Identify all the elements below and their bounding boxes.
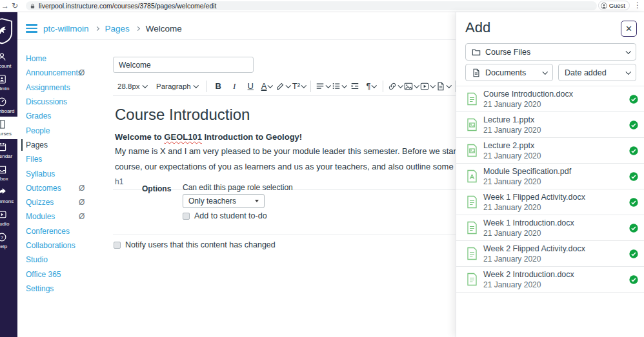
global-nav-item-courses[interactable]: Courses <box>0 117 17 139</box>
sort-select[interactable]: Date added <box>558 64 636 81</box>
profile-button[interactable]: Guest <box>598 1 630 10</box>
breadcrumb-current: Welcome <box>146 24 182 34</box>
file-row[interactable]: Module Specification.pdf21 January 2020 <box>456 164 644 189</box>
toolbar-media-button[interactable] <box>419 79 435 94</box>
toolbar-italic-button[interactable]: I <box>226 79 242 94</box>
edit-role-value: Only teachers <box>188 197 236 206</box>
course-nav-item-settings[interactable]: Settings <box>26 282 111 296</box>
pptx-file-icon <box>467 118 478 131</box>
course-nav-item-modules[interactable]: ModulesØ <box>26 209 111 224</box>
course-nav-item-pages[interactable]: Pages <box>26 138 111 152</box>
admin-icon <box>0 74 7 84</box>
chevron-right-icon <box>94 26 99 30</box>
edit-role-select[interactable]: Only teachers <box>183 194 265 208</box>
course-nav-item-quizzes[interactable]: QuizzesØ <box>26 195 111 209</box>
page-title-input[interactable] <box>113 57 254 73</box>
course-nav-item-files[interactable]: Files <box>26 152 111 166</box>
edit-role-label: Can edit this page role selection <box>183 183 293 192</box>
media-icon <box>420 82 429 91</box>
todo-checkbox[interactable] <box>183 213 190 220</box>
toolbar-superscript-button[interactable]: T² <box>291 79 307 94</box>
file-source-value: Course Files <box>485 48 530 57</box>
hamburger-menu-icon[interactable] <box>26 24 37 33</box>
file-source-select[interactable]: Course Files <box>465 43 636 61</box>
file-list: Course Introduction.docx21 January 2020L… <box>456 86 644 293</box>
chevron-down-icon <box>286 82 291 88</box>
file-row[interactable]: Week 1 Flipped Activity.docx21 January 2… <box>456 189 644 215</box>
toolbar-underline-button[interactable]: U <box>243 79 258 94</box>
toolbar-separator <box>383 81 383 92</box>
course-nav-item-announcements[interactable]: AnnouncementsØ <box>26 66 111 80</box>
published-check-icon <box>629 95 638 104</box>
chevron-down-icon <box>625 69 630 74</box>
hidden-eye-icon: Ø <box>79 184 85 193</box>
file-type-select[interactable]: Documents <box>465 64 553 81</box>
todo-checkbox-row: Add to student to-do <box>183 211 267 220</box>
toolbar-image-button[interactable] <box>403 79 419 94</box>
toolbar-list-button[interactable] <box>331 79 347 94</box>
tray-title: Add <box>465 19 490 36</box>
image-icon <box>404 82 413 91</box>
chevron-right-icon <box>136 26 140 30</box>
global-nav-item-admin[interactable]: Admin <box>0 72 17 94</box>
chevron-down-icon <box>542 69 547 74</box>
docx-file-icon <box>467 92 478 106</box>
course-nav-item-syllabus[interactable]: Syllabus <box>26 166 111 180</box>
toolbar-bold-button[interactable]: B <box>210 79 226 94</box>
global-nav-item-dashboard[interactable]: Dashboard <box>0 94 17 117</box>
chevron-down-icon <box>398 82 403 88</box>
forward-button[interactable]: → <box>1 1 9 11</box>
file-row[interactable]: Week 1 Introduction.docx21 January 2020 <box>456 215 644 241</box>
toolbar-link-button[interactable] <box>387 79 403 94</box>
course-nav-item-people[interactable]: People <box>26 123 111 137</box>
rce-element-path: h1 <box>115 177 123 186</box>
toolbar-indent-button[interactable] <box>347 79 363 94</box>
notify-checkbox[interactable] <box>114 242 121 249</box>
file-name: Week 2 Flipped Activity.docx <box>483 244 585 253</box>
course-nav-item-discussions[interactable]: Discussions <box>26 95 111 109</box>
screen: → ↻ liverpool.instructure.com/courses/37… <box>0 0 644 337</box>
toolbar-directionality-button[interactable]: ¶ <box>363 79 379 94</box>
file-row[interactable]: Lecture 1.pptx21 January 2020 <box>456 112 644 138</box>
rce-editor-body[interactable]: Course Introduction Welcome to GEOL101 I… <box>113 97 456 174</box>
file-row[interactable]: Course Introduction.docx21 January 2020 <box>456 86 644 112</box>
toolbar-highlight-color-button[interactable] <box>275 79 290 94</box>
file-row[interactable]: Week 2 Flipped Activity.docx21 January 2… <box>456 241 644 267</box>
reload-button[interactable]: ↻ <box>12 1 18 11</box>
global-nav-item-help[interactable]: ?Help <box>0 229 17 252</box>
global-nav-item-inbox[interactable]: Inbox <box>0 162 17 184</box>
chevron-down-icon <box>414 82 419 88</box>
tray-close-button[interactable]: ✕ <box>621 21 637 37</box>
address-bar[interactable]: liverpool.instructure.com/courses/3785/p… <box>26 1 597 10</box>
file-row[interactable]: Lecture 2.pptx21 January 2020 <box>456 138 644 164</box>
file-name: Module Specification.pdf <box>483 167 571 176</box>
toolbar-block-format-select[interactable]: Paragraph <box>152 79 202 94</box>
global-nav-item-commons[interactable]: Commons <box>0 184 17 207</box>
breadcrumb-pages[interactable]: Pages <box>105 24 130 34</box>
published-check-icon <box>629 172 638 181</box>
course-nav-item-studio[interactable]: Studio <box>26 253 111 267</box>
docx-file-icon <box>467 195 478 209</box>
course-nav-item-outcomes[interactable]: OutcomesØ <box>26 181 111 195</box>
course-nav-item-assignments[interactable]: Assignments <box>26 81 111 95</box>
global-nav-item-calendar[interactable]: Calendar <box>0 139 17 162</box>
global-nav-item-account[interactable]: Account <box>0 49 17 72</box>
course-nav-item-office-365[interactable]: Office 365 <box>26 267 111 281</box>
toolbar-alignment-button[interactable] <box>315 79 330 94</box>
global-nav-item-studio[interactable]: Studio <box>0 207 17 229</box>
chevron-down-icon <box>447 82 452 88</box>
global-nav: AccountAdminDashboardCoursesCalendarInbo… <box>0 12 17 337</box>
university-logo[interactable] <box>0 12 17 49</box>
course-nav-item-collaborations[interactable]: Collaborations <box>26 238 111 253</box>
content-paragraph-line1: My name is X and I am very pleased to be… <box>115 146 456 157</box>
course-nav-item-grades[interactable]: Grades <box>26 109 111 123</box>
browser-menu-icon[interactable]: ⋮ <box>634 1 641 10</box>
file-row[interactable]: Week 2 Introduction.docx21 January 2020 <box>456 267 644 293</box>
course-nav-item-conferences[interactable]: Conferences <box>26 224 111 238</box>
breadcrumb-course[interactable]: ptc-willmoin <box>43 24 89 34</box>
toolbar-font-size-select[interactable]: 28.8px <box>113 79 151 94</box>
toolbar-separator <box>310 81 311 92</box>
toolbar-document-button[interactable] <box>436 79 451 94</box>
toolbar-text-color-button[interactable]: A <box>259 79 274 94</box>
course-nav-item-home[interactable]: Home <box>26 52 111 66</box>
